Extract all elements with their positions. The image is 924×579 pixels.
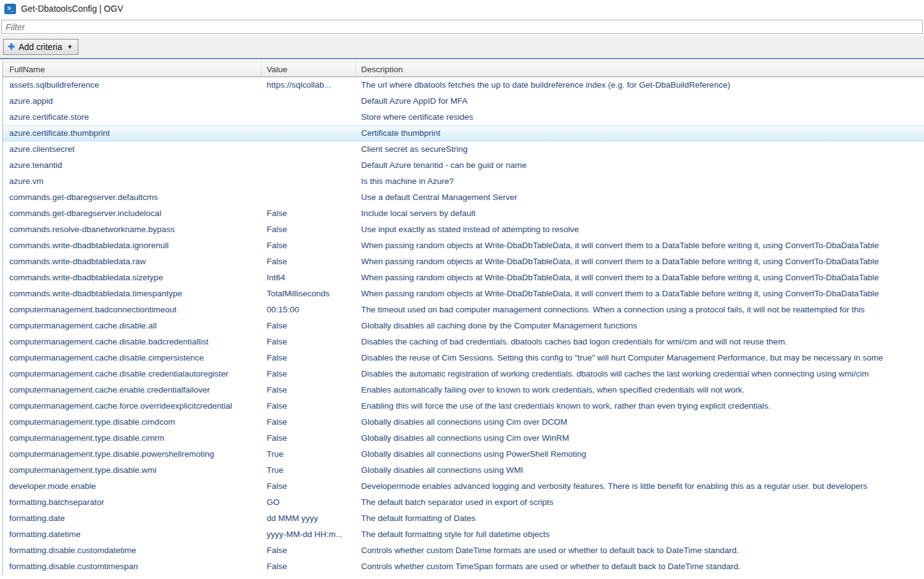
table-row[interactable]: computermanagement.cache.disable.all Fal… [3, 318, 924, 334]
cell-fullname: computermanagement.badconnectiontimeout [3, 302, 262, 318]
cell-fullname: commands.get-dbaregserver.defaultcms [3, 190, 262, 206]
cell-description: Is this machine in Azure? [356, 173, 924, 190]
table-row[interactable]: computermanagement.cache.disable.cimpers… [3, 350, 924, 366]
filter-input[interactable] [1, 20, 923, 34]
table-row[interactable]: formatting.datetime yyyy-MM-dd HH:m... T… [3, 527, 924, 543]
cell-fullname: computermanagement.cache.enable.credenti… [3, 382, 262, 398]
column-header-fullname[interactable]: FullName [3, 62, 262, 77]
cell-value: False [262, 254, 356, 270]
cell-description: Globally disables all connections using … [356, 430, 924, 446]
cell-fullname: computermanagement.type.disable.cimrm [3, 430, 262, 446]
cell-value: False [262, 543, 356, 559]
cell-fullname: azure.clientsecret [3, 141, 262, 157]
table-row[interactable]: assets.sqlbuildreference https://sqlcoll… [3, 77, 924, 93]
table-row[interactable]: formatting.date dd MMM yyyy The default … [3, 510, 924, 527]
cell-description: Globally disables all connections using … [356, 414, 924, 430]
table-row[interactable]: computermanagement.type.disable.cimrm Fa… [3, 430, 924, 446]
table-row[interactable]: computermanagement.badconnectiontimeout … [3, 302, 924, 318]
cell-description: Enabling this will force the use of the … [356, 398, 924, 414]
cell-description: Globally disables all connections using … [356, 462, 924, 478]
cell-description: Controls whether custom TimeSpan formats… [356, 559, 924, 575]
cell-fullname: formatting.disable.customtimespan [3, 559, 262, 575]
cell-value: 00:15:00 [262, 302, 356, 318]
table-row[interactable]: azure.certificate.store Store where cert… [3, 109, 924, 125]
table-row[interactable]: azure.clientsecret Client secret as secu… [3, 141, 924, 157]
cell-fullname: azure.certificate.store [3, 109, 262, 125]
cell-description: When passing random objects at Write-Dba… [356, 254, 924, 270]
table-row[interactable]: commands.write-dbadbtabledata.timespanty… [3, 286, 924, 302]
cell-value [262, 109, 356, 125]
cell-description: Default Azure tenantid - can be guid or … [356, 157, 924, 173]
cell-description: Globally disables all connections using … [356, 446, 924, 462]
cell-description: Controls whether custom DateTime formats… [356, 543, 924, 559]
cell-value: False [262, 350, 356, 366]
cell-value: False [262, 414, 356, 430]
add-criteria-label: Add criteria [19, 42, 62, 52]
cell-fullname: azure.certificate.thumbprint [3, 125, 262, 141]
table-row[interactable]: commands.get-dbaregserver.includelocal F… [3, 206, 924, 222]
table-row[interactable]: computermanagement.cache.force.overridee… [3, 398, 924, 414]
table-row[interactable]: commands.write-dbadbtabledata.raw False … [3, 254, 924, 270]
cell-description: Include local servers by default [356, 206, 924, 222]
separator-line [0, 58, 924, 59]
table-row[interactable]: computermanagement.cache.enable.credenti… [3, 382, 924, 398]
table-row[interactable]: computermanagement.type.disable.powershe… [3, 446, 924, 462]
cell-value: False [262, 559, 356, 575]
cell-description: Store where certificate resides [356, 109, 924, 125]
table-row[interactable]: computermanagement.cache.disable.credent… [3, 366, 924, 382]
cell-fullname: computermanagement.type.disable.powershe… [3, 446, 262, 462]
table-row[interactable]: commands.write-dbadbtabledata.sizetype I… [3, 270, 924, 286]
table-row[interactable]: computermanagement.type.disable.wmi True… [3, 462, 924, 478]
cell-description: The timeout used on bad computer managem… [356, 302, 924, 318]
cell-value: yyyy-MM-dd HH:m... [262, 527, 356, 543]
cell-fullname: commands.write-dbadbtabledata.timespanty… [3, 286, 262, 302]
cell-fullname: assets.sqlbuildreference [3, 77, 262, 93]
cell-value: dd MMM yyyy [262, 510, 356, 527]
table-row[interactable]: azure.vm Is this machine in Azure? [3, 173, 924, 190]
table-row[interactable]: azure.certificate.thumbprint Certificate… [3, 125, 924, 141]
table-row[interactable]: commands.get-dbaregserver.defaultcms Use… [3, 190, 924, 206]
cell-description: Certificate thumbprint [356, 125, 924, 141]
cell-fullname: commands.get-dbaregserver.includelocal [3, 206, 262, 222]
table-row[interactable]: formatting.disable.customtimespan False … [3, 559, 924, 575]
cell-value [262, 125, 356, 141]
cell-fullname: formatting.date [3, 510, 262, 527]
cell-value: False [262, 382, 356, 398]
table-row[interactable]: developer.mode.enable False Developermod… [3, 478, 924, 494]
cell-value: False [262, 398, 356, 414]
table-row[interactable]: computermanagement.type.disable.cimdcom … [3, 414, 924, 430]
cell-description: Use input exactly as stated instead of a… [356, 222, 924, 238]
column-header-value[interactable]: Value [262, 62, 356, 77]
add-criteria-button[interactable]: ✚ Add criteria ▼ [3, 39, 78, 55]
table-row[interactable]: azure.tenantid Default Azure tenantid - … [3, 157, 924, 173]
cell-value [262, 190, 356, 206]
cell-fullname: azure.appid [3, 93, 262, 109]
cell-description: The default batch separator used in expo… [356, 494, 924, 510]
table-row[interactable]: formatting.batchseparator GO The default… [3, 494, 924, 510]
table-row[interactable]: azure.appid Default Azure AppID for MFA [3, 93, 924, 109]
cell-value: True [262, 462, 356, 478]
table-row[interactable]: computermanagement.cache.disable.badcred… [3, 334, 924, 350]
cell-value: TotalMilliseconds [262, 286, 356, 302]
table-row[interactable]: formatting.disable.customdatetime False … [3, 543, 924, 559]
cell-description: When passing random objects at Write-Dba… [356, 270, 924, 286]
column-header-description[interactable]: Description [356, 62, 924, 77]
table-row[interactable]: commands.resolve-dbanetworkname.bypass F… [3, 222, 924, 238]
cell-value: https://sqlcollab... [262, 77, 356, 93]
cell-description: The default formatting of Dates [356, 510, 924, 527]
cell-description: When passing random objects at Write-Dba… [356, 286, 924, 302]
cell-value: False [262, 206, 356, 222]
cell-description: The url where dbatools fetches the up to… [356, 77, 924, 93]
cell-fullname: formatting.batchseparator [3, 494, 262, 510]
cell-fullname: azure.tenantid [3, 157, 262, 173]
cell-value: Int64 [262, 270, 356, 286]
cell-description: When passing random objects at Write-Dba… [356, 238, 924, 254]
powershell-icon: >_ [4, 4, 16, 14]
cell-value: False [262, 238, 356, 254]
cell-fullname: commands.resolve-dbanetworkname.bypass [3, 222, 262, 238]
grid-rows: assets.sqlbuildreference https://sqlcoll… [3, 77, 924, 575]
cell-value [262, 173, 356, 190]
table-row[interactable]: commands.write-dbadbtabledata.ignorenull… [3, 238, 924, 254]
chevron-down-icon: ▼ [67, 44, 73, 50]
cell-description: Globally disables all caching done by th… [356, 318, 924, 334]
